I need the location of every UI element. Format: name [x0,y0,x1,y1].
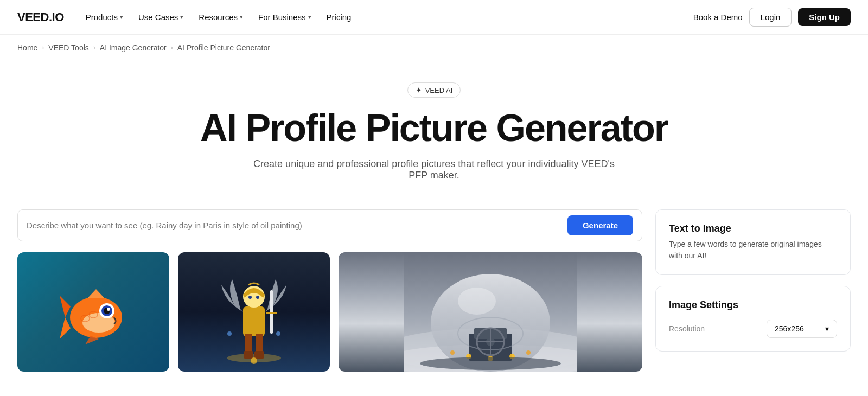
svg-point-19 [248,296,252,299]
nav-left: VEED.IO Products ▾ Use Cases ▾ Resources… [17,8,358,26]
breadcrumb-sep-2: › [93,44,95,52]
svg-rect-22 [266,312,277,314]
image-card-warrior [178,252,330,372]
nav-for-business[interactable]: For Business ▾ [252,8,318,26]
svg-point-30 [458,288,496,315]
generate-button[interactable]: Generate [567,215,633,235]
nav-use-cases[interactable]: Use Cases ▾ [132,8,190,26]
navbar: VEED.IO Products ▾ Use Cases ▾ Resources… [0,0,868,35]
resources-chevron-icon: ▾ [240,14,243,21]
svg-point-23 [251,357,257,364]
breadcrumb-veed-tools[interactable]: VEED Tools [48,43,88,52]
left-panel: Generate [17,209,642,372]
main-content: Generate [0,192,868,372]
hero-subtitle: Create unique and professional profile p… [250,158,618,181]
svg-rect-16 [244,351,253,359]
signup-button[interactable]: Sign Up [798,8,851,26]
info-card: Text to Image Type a few words to genera… [655,209,851,275]
info-card-title: Text to Image [669,223,837,234]
svg-point-25 [276,331,280,336]
nav-right: Book a Demo Login Sign Up [693,8,851,27]
book-demo-link[interactable]: Book a Demo [693,12,743,22]
svg-point-41 [450,350,455,355]
sparkle-icon: ✦ [416,86,422,94]
breadcrumb-current: AI Profile Picture Generator [177,43,270,52]
search-bar: Generate [17,209,642,241]
hero-title: AI Profile Picture Generator [200,108,668,149]
nav-menu: Products ▾ Use Cases ▾ Resources ▾ For B… [79,8,358,26]
dome-illustration [404,252,577,372]
breadcrumb: Home › VEED Tools › AI Image Generator ›… [0,35,868,61]
resolution-value: 256x256 [775,324,804,333]
breadcrumb-sep-3: › [171,44,173,52]
login-button[interactable]: Login [749,8,792,27]
svg-marker-2 [60,317,71,339]
products-chevron-icon: ▾ [120,14,123,21]
resolution-chevron-icon: ▾ [825,324,829,333]
ai-badge: ✦ VEED AI [407,82,461,98]
breadcrumb-ai-image-generator[interactable]: AI Image Generator [100,43,167,52]
svg-point-43 [420,357,561,370]
for-business-chevron-icon: ▾ [308,14,311,21]
image-card-dome [339,252,642,372]
info-card-description: Type a few words to generate original im… [669,239,837,261]
settings-card: Image Settings Resolution 256x256 ▾ [655,286,851,352]
svg-point-8 [107,308,110,311]
nav-pricing[interactable]: Pricing [320,8,358,26]
products-label: Products [86,12,118,22]
settings-resolution-row: Resolution 256x256 ▾ [669,320,837,338]
breadcrumb-sep-1: › [42,44,44,52]
warrior-illustration [219,258,289,366]
svg-point-42 [526,350,531,355]
logo[interactable]: VEED.IO [17,10,64,24]
resolution-label: Resolution [669,324,705,333]
nav-resources[interactable]: Resources ▾ [192,8,250,26]
settings-title: Image Settings [669,299,837,311]
fish-illustration [55,274,131,350]
hero-section: ✦ VEED AI AI Profile Picture Generator C… [0,61,868,192]
ai-badge-label: VEED AI [425,86,453,94]
breadcrumb-home[interactable]: Home [17,43,37,52]
resolution-select[interactable]: 256x256 ▾ [767,320,837,338]
image-card-fish [17,252,169,372]
svg-point-20 [256,296,259,299]
svg-marker-1 [60,296,71,317]
image-grid [17,252,642,372]
svg-marker-3 [88,289,104,298]
search-input[interactable] [27,221,561,230]
svg-rect-17 [254,351,264,359]
svg-rect-13 [243,306,265,336]
for-business-label: For Business [258,12,306,22]
use-cases-chevron-icon: ▾ [180,14,183,21]
pricing-label: Pricing [327,12,352,22]
use-cases-label: Use Cases [138,12,178,22]
right-panel: Text to Image Type a few words to genera… [655,209,851,352]
nav-products[interactable]: Products ▾ [79,8,130,26]
resources-label: Resources [199,12,238,22]
svg-point-24 [227,331,232,336]
